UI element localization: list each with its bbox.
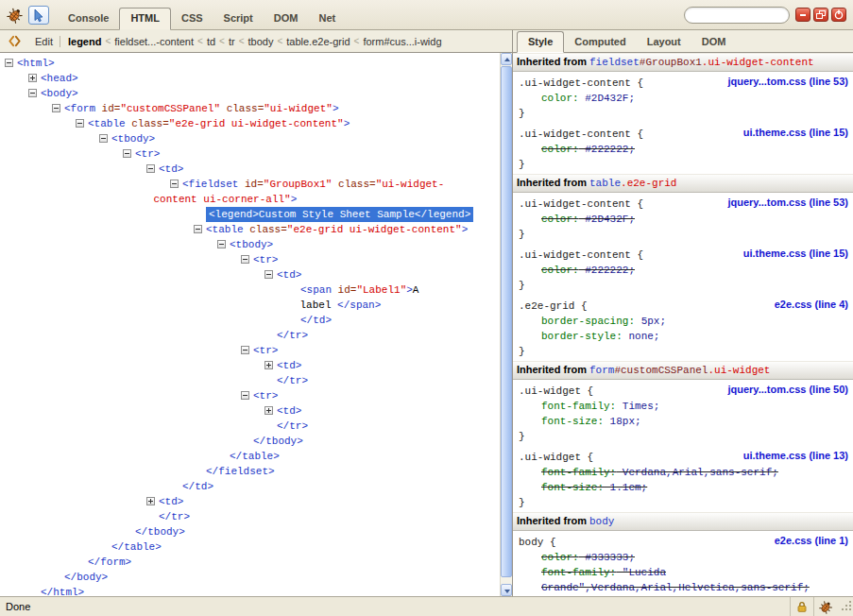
tree-node-line[interactable]: </tbody> <box>0 524 500 539</box>
css-declaration[interactable]: font-family: "Lucida Grande",Verdana,Ari… <box>519 565 834 595</box>
stylesheet-link[interactable]: jquery...tom.css (line 53) <box>727 197 848 208</box>
css-declaration[interactable]: font-size: 1.1em; <box>519 480 834 495</box>
tree-node-line[interactable]: <td> <box>0 403 500 419</box>
breadcrumb-item[interactable]: tr <box>225 36 239 47</box>
tree-node-line[interactable]: </table> <box>0 449 500 464</box>
tab-net[interactable]: Net <box>308 8 346 29</box>
tree-node-line[interactable]: <tr> <box>0 146 500 162</box>
tree-node-line[interactable]: <span id="Label1">A <box>0 282 500 298</box>
section-selector[interactable]: body <box>589 516 614 527</box>
tab-script[interactable]: Script <box>213 8 264 29</box>
tree-node-line[interactable]: <tr> <box>0 252 500 267</box>
breadcrumb-item[interactable]: table.e2e-grid <box>282 36 353 47</box>
scroll-down-button[interactable] <box>501 584 512 596</box>
tree-node-line[interactable]: <legend>Custom Style Sheet Sample</legen… <box>0 207 500 222</box>
breadcrumb-item[interactable]: legend <box>64 36 105 47</box>
collapse-icon[interactable] <box>217 240 226 248</box>
tree-node-line[interactable]: <tbody> <box>0 237 500 252</box>
resize-grip-icon[interactable] <box>838 597 853 616</box>
section-selector[interactable]: fieldset#GroupBox1.ui-widget-content <box>589 57 814 68</box>
tree-node-line[interactable]: </body> <box>0 570 500 585</box>
stylesheet-link[interactable]: jquery...tom.css (line 50) <box>727 384 848 395</box>
tree-node-line[interactable]: <td> <box>0 494 500 509</box>
tree-node-line[interactable]: <td> <box>0 267 500 282</box>
collapse-icon[interactable] <box>5 59 13 67</box>
stylesheet-link[interactable]: jquery...tom.css (line 53) <box>727 76 848 87</box>
side-tab-computed[interactable]: Computed <box>564 32 636 52</box>
tree-node-line[interactable]: <tr> <box>0 343 500 358</box>
css-declaration[interactable]: font-family: Times; <box>519 399 834 414</box>
tree-node-line[interactable]: </td> <box>0 479 500 494</box>
tree-node-line[interactable]: content ui-corner-all"> <box>0 192 500 207</box>
css-declaration[interactable]: font-size: 18px; <box>519 414 834 429</box>
tree-node-line[interactable]: <table class="e2e-grid ui-widget-content… <box>0 222 500 237</box>
power-off-button[interactable] <box>831 8 846 22</box>
tree-node-line[interactable]: <head> <box>0 71 500 86</box>
css-declaration[interactable]: border-style: none; <box>519 329 834 344</box>
collapse-icon[interactable] <box>99 134 108 143</box>
css-declaration[interactable]: color: #2D432F; <box>519 212 834 227</box>
tree-scrollbar[interactable] <box>500 53 512 596</box>
tree-node-line[interactable]: <html> <box>0 56 500 71</box>
stylesheet-link[interactable]: e2e.css (line 1) <box>775 535 848 546</box>
expand-icon[interactable] <box>146 497 155 505</box>
tree-node-line[interactable]: </tr> <box>0 509 500 524</box>
tree-node-line[interactable]: </tr> <box>0 328 500 343</box>
css-declaration[interactable]: color: #333333; <box>519 550 834 565</box>
firebug-status-icon[interactable] <box>813 597 838 616</box>
css-declaration[interactable]: font-family: Verdana,Arial,sans-serif; <box>519 465 834 480</box>
tree-node-line[interactable]: </form> <box>0 555 500 570</box>
collapse-icon[interactable] <box>28 89 37 97</box>
expand-icon[interactable] <box>264 406 273 415</box>
tree-node-line[interactable]: </fieldset> <box>0 464 500 479</box>
tab-css[interactable]: CSS <box>171 8 213 29</box>
tree-node-line[interactable]: <body> <box>0 86 500 101</box>
section-selector[interactable]: table.e2e-grid <box>589 178 676 189</box>
collapse-icon[interactable] <box>170 180 179 188</box>
side-tab-layout[interactable]: Layout <box>637 32 691 52</box>
tab-console[interactable]: Console <box>58 8 119 29</box>
firebug-menu-icon[interactable] <box>5 6 26 25</box>
collapse-icon[interactable] <box>194 225 202 233</box>
tab-html[interactable]: HTML <box>119 8 171 30</box>
selected-node[interactable]: <legend>Custom Style Sheet Sample</legen… <box>206 207 473 222</box>
search-input[interactable] <box>684 7 790 24</box>
scrollbar-thumb[interactable] <box>501 66 512 577</box>
collapse-icon[interactable] <box>76 119 84 128</box>
tree-node-line[interactable]: <tbody> <box>0 131 500 146</box>
css-declaration[interactable]: font-size: 80%; <box>519 595 834 596</box>
breadcrumb-item[interactable]: td <box>203 36 219 47</box>
css-declaration[interactable]: color: #222222; <box>519 142 834 157</box>
detach-window-button[interactable] <box>813 8 828 22</box>
collapse-icon[interactable] <box>146 164 155 173</box>
tree-node-line[interactable]: <form id="customCSSPanel" class="ui-widg… <box>0 101 500 116</box>
collapse-icon[interactable] <box>241 346 249 354</box>
side-tab-dom[interactable]: DOM <box>691 32 737 52</box>
collapse-icon[interactable] <box>241 255 249 264</box>
breadcrumb-item[interactable]: fieldset...-content <box>111 36 197 47</box>
edit-html-icon[interactable] <box>4 32 25 51</box>
tree-node-line[interactable]: </tr> <box>0 373 500 388</box>
collapse-icon[interactable] <box>264 270 273 279</box>
side-tab-style[interactable]: Style <box>517 31 564 53</box>
tree-node-line[interactable]: <table class="e2e-grid ui-widget-content… <box>0 116 500 131</box>
tree-node-line[interactable]: </td> <box>0 313 500 328</box>
collapse-icon[interactable] <box>241 391 249 400</box>
tree-node-line[interactable]: label </span> <box>0 298 500 313</box>
expand-icon[interactable] <box>264 361 273 369</box>
expand-icon[interactable] <box>28 74 37 82</box>
collapse-icon[interactable] <box>52 104 60 112</box>
section-selector[interactable]: form#customCSSPanel.ui-widget <box>589 365 770 376</box>
stylesheet-link[interactable]: ui.theme.css (line 15) <box>743 127 848 138</box>
edit-button[interactable]: Edit <box>27 36 60 47</box>
minimize-button[interactable] <box>795 8 810 22</box>
tree-node-line[interactable]: <tr> <box>0 388 500 403</box>
security-lock-icon[interactable] <box>790 597 813 616</box>
tree-node-line[interactable]: <td> <box>0 358 500 373</box>
inspect-element-button[interactable] <box>28 6 49 25</box>
tree-node-line[interactable]: <td> <box>0 162 500 177</box>
stylesheet-link[interactable]: ui.theme.css (line 15) <box>743 248 848 259</box>
tree-node-line[interactable]: <fieldset id="GroupBox1" class="ui-widge… <box>0 177 500 192</box>
collapse-icon[interactable] <box>123 149 131 158</box>
stylesheet-link[interactable]: e2e.css (line 4) <box>775 299 848 310</box>
